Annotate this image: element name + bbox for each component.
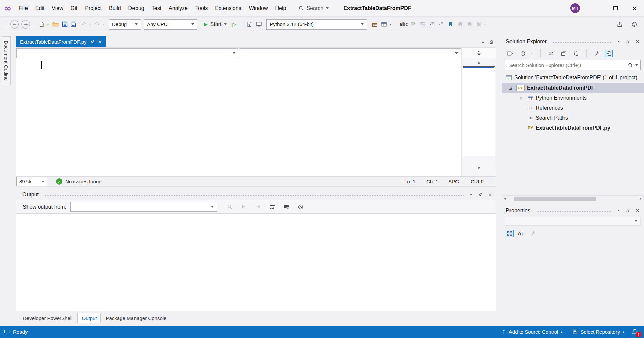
solution-explorer-title-bar[interactable]: Solution Explorer × [502,36,644,47]
twisty-collapsed-icon[interactable]: ▷ [519,96,525,100]
solution-explorer-search[interactable] [505,60,641,70]
collapse-all-icon[interactable] [559,49,568,58]
solution-explorer-hscrollbar[interactable]: ◄ ► [502,195,644,201]
menu-item-view[interactable]: View [48,0,67,16]
abc-format-icon[interactable]: abc [399,20,408,29]
close-button[interactable]: × [625,0,644,16]
properties-wrench-icon[interactable] [593,49,601,58]
interactive-grid-icon[interactable] [380,20,388,29]
start-without-debugging-icon[interactable]: ▷ [230,20,238,29]
menu-item-analyze[interactable]: Analyze [165,0,192,16]
previous-message-icon[interactable] [240,202,249,212]
pin-icon[interactable] [626,208,630,213]
panel-splitter[interactable] [502,201,644,205]
window-position-dropdown-icon[interactable] [617,210,620,211]
notifications-button[interactable]: 1 [629,326,644,338]
pane-drag-handle[interactable] [45,193,464,196]
navigate-forward-icon[interactable]: → [21,20,30,29]
tree-item-search-paths[interactable]: Search Paths [502,113,644,123]
menu-item-debug[interactable]: Debug [125,0,148,16]
document-health-indicator[interactable]: ✓ No issues found [56,178,102,185]
previous-bookmark-icon[interactable] [455,20,464,29]
scroll-left-icon[interactable]: ◄ [503,196,506,200]
save-icon[interactable] [60,20,69,29]
document-outline-tab[interactable]: Document Outline [2,36,11,85]
switch-views-icon[interactable] [506,49,515,58]
tree-item-solution[interactable]: Solution 'ExtractTableDataFromPDF' (1 of… [502,73,644,83]
tree-item-python-file[interactable]: PY ExtractTableDataFromPDF.py [502,123,644,133]
undo-icon[interactable]: ↶ [79,20,88,29]
twisty-expanded-icon[interactable]: ◢ [507,86,514,90]
output-title-bar[interactable]: Output × [16,189,496,200]
toolbar-grip[interactable] [5,20,7,29]
tree-item-project[interactable]: ◢ PY ExtractTableDataFromPDF [502,83,644,93]
tab-developer-powershell[interactable]: Developer PowerShell [19,313,76,323]
grid-dropdown-icon[interactable] [389,24,391,25]
comment-icon[interactable] [409,20,417,29]
python-environment-dropdown[interactable]: Python 3.11 (64-bit) [266,19,367,30]
undo-dropdown-icon[interactable] [89,24,91,25]
split-editor-handle[interactable] [461,48,496,58]
timestamps-icon[interactable] [296,202,305,212]
next-bookmark-icon[interactable] [465,20,474,29]
next-message-icon[interactable] [254,202,263,212]
output-content[interactable] [16,213,496,311]
properties-content[interactable] [502,240,644,322]
menu-item-extensions[interactable]: Extensions [211,0,245,16]
menu-item-window[interactable]: Window [245,0,272,16]
pane-drag-handle[interactable] [553,40,611,43]
select-repository-button[interactable]: Select Repository ▴ [568,326,629,338]
window-position-dropdown-icon[interactable] [470,194,472,195]
find-message-icon[interactable] [226,202,234,212]
python-interactive-window-icon[interactable] [245,20,254,29]
menu-item-tools[interactable]: Tools [192,0,211,16]
clear-all-icon[interactable] [282,202,291,212]
whitespace-indicator[interactable]: SPC [448,179,471,184]
show-all-files-icon[interactable] [572,49,580,58]
bookmark-dropdown-icon[interactable] [484,24,486,25]
close-icon[interactable]: × [488,192,492,198]
hscrollbar-thumb[interactable] [514,197,596,201]
uncomment-icon[interactable] [418,20,427,29]
column-indicator[interactable]: Ch: 1 [426,179,448,184]
open-file-icon[interactable] [51,20,60,29]
pane-drag-handle[interactable] [536,209,611,212]
scroll-right-icon[interactable]: ► [640,196,642,200]
avatar[interactable]: MH [570,3,580,13]
navigate-back-icon[interactable]: ← [10,20,19,29]
menu-item-test[interactable]: Test [148,0,165,16]
code-surface[interactable] [16,58,461,176]
menu-item-help[interactable]: Help [272,0,290,16]
menu-item-build[interactable]: Build [105,0,125,16]
pin-icon[interactable] [90,40,95,44]
feedback-icon[interactable] [630,20,639,29]
redo-icon[interactable]: ↷ [93,20,102,29]
word-wrap-icon[interactable] [268,202,277,212]
clear-bookmarks-icon[interactable] [474,20,483,29]
search-options-dropdown-icon[interactable] [635,64,638,66]
zoom-dropdown[interactable]: 89 % [16,177,47,186]
background-tasks-icon[interactable] [4,329,10,334]
maximize-button[interactable] [606,0,625,16]
close-tab-icon[interactable]: × [98,39,102,45]
menu-item-project[interactable]: Project [81,0,105,16]
solution-configurations-dropdown[interactable]: Debug [109,19,141,30]
solution-platforms-dropdown[interactable]: Any CPU [144,19,197,30]
close-icon[interactable]: × [636,39,639,45]
search-icon[interactable] [628,63,633,68]
alphabetical-sort-icon[interactable]: A↓ [518,231,524,236]
properties-title-bar[interactable]: Properties × [502,205,644,216]
menu-item-edit[interactable]: Edit [32,0,48,16]
add-to-source-control-button[interactable]: ↑ Add to Source Control ▴ [497,326,568,338]
indent-increase-icon[interactable] [437,20,445,29]
tree-item-references[interactable]: References [502,103,644,113]
tab-package-manager-console[interactable]: Package Manager Console [102,313,170,323]
pending-changes-filter-icon[interactable] [518,49,527,58]
active-files-dropdown-icon[interactable] [482,42,484,43]
close-icon[interactable]: × [636,208,639,214]
indent-decrease-icon[interactable] [427,20,436,29]
line-ending-indicator[interactable]: CRLF [471,179,493,184]
window-position-dropdown-icon[interactable] [617,41,620,42]
horizontal-splitter[interactable] [16,187,496,189]
tab-options-gear-icon[interactable]: ⚙ [489,39,494,45]
